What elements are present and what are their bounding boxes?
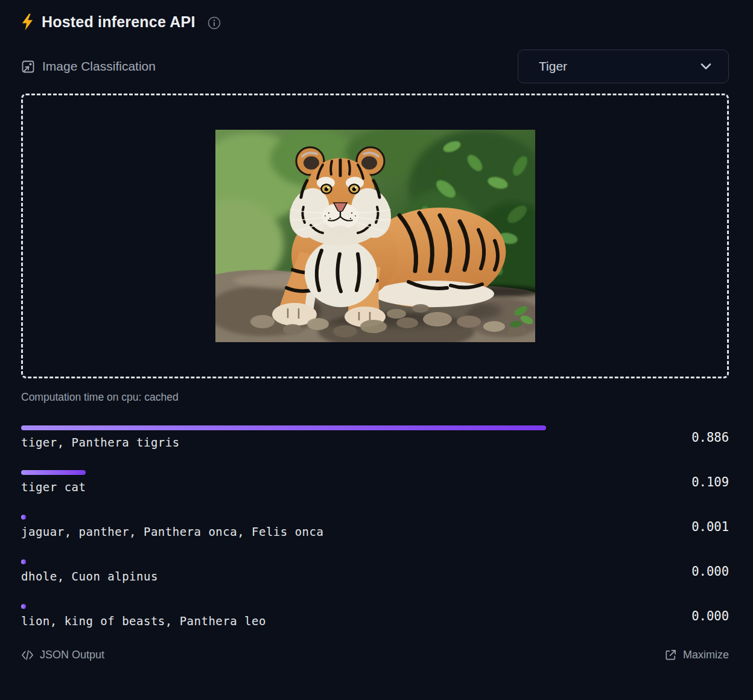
result-label: tiger, Panthera tigris	[21, 436, 729, 449]
image-drop-zone[interactable]	[21, 94, 729, 378]
result-score: 0.000	[691, 564, 729, 579]
computation-time: Computation time on cpu: cached	[21, 391, 729, 404]
task-label-group: Image Classification	[21, 59, 156, 74]
maximize-label: Maximize	[683, 649, 729, 661]
score-bar	[21, 604, 26, 609]
info-circle-icon[interactable]	[208, 16, 221, 30]
score-bar	[21, 559, 26, 564]
result-score: 0.000	[691, 609, 729, 623]
example-select[interactable]: Tiger	[518, 49, 729, 83]
score-bar-track	[21, 515, 614, 520]
score-bar-track	[21, 470, 614, 475]
json-output-label: JSON Output	[40, 649, 104, 661]
task-row: Image Classification Tiger	[21, 49, 729, 83]
result-row: tiger cat 0.109	[21, 470, 729, 494]
result-label: tiger cat	[21, 480, 729, 494]
score-bar	[21, 425, 546, 430]
result-score: 0.886	[691, 430, 729, 445]
task-label: Image Classification	[42, 59, 156, 74]
result-row: jaguar, panther, Panthera onca, Felis on…	[21, 515, 729, 538]
result-row: lion, king of beasts, Panthera leo 0.000	[21, 604, 729, 628]
result-row: tiger, Panthera tigris 0.886	[21, 425, 729, 449]
score-bar-track	[21, 559, 614, 564]
widget-footer: JSON Output Maximize	[21, 649, 729, 661]
json-output-button[interactable]: JSON Output	[21, 649, 104, 661]
image-classification-icon	[21, 60, 35, 74]
example-select-value: Tiger	[539, 59, 567, 74]
maximize-button[interactable]: Maximize	[664, 649, 729, 661]
score-bar	[21, 470, 86, 475]
page-title: Hosted inference API	[42, 13, 195, 31]
result-row: dhole, Cuon alpinus 0.000	[21, 559, 729, 583]
result-score: 0.001	[691, 520, 729, 534]
score-bar-track	[21, 425, 614, 430]
result-label: jaguar, panther, Panthera onca, Felis on…	[21, 525, 729, 538]
widget-header: Hosted inference API	[21, 13, 729, 31]
maximize-icon	[664, 649, 677, 661]
score-bar	[21, 515, 26, 520]
lightning-bolt-icon	[21, 13, 34, 31]
input-image-tiger	[215, 130, 535, 342]
code-icon	[21, 649, 34, 661]
result-label: dhole, Cuon alpinus	[21, 570, 729, 583]
score-bar-track	[21, 604, 614, 609]
result-score: 0.109	[691, 475, 729, 489]
chevron-down-icon	[698, 59, 714, 74]
result-label: lion, king of beasts, Panthera leo	[21, 614, 729, 628]
classification-results: tiger, Panthera tigris 0.886 tiger cat 0…	[21, 425, 729, 628]
hosted-inference-widget: Hosted inference API Image Classificatio…	[0, 0, 753, 700]
